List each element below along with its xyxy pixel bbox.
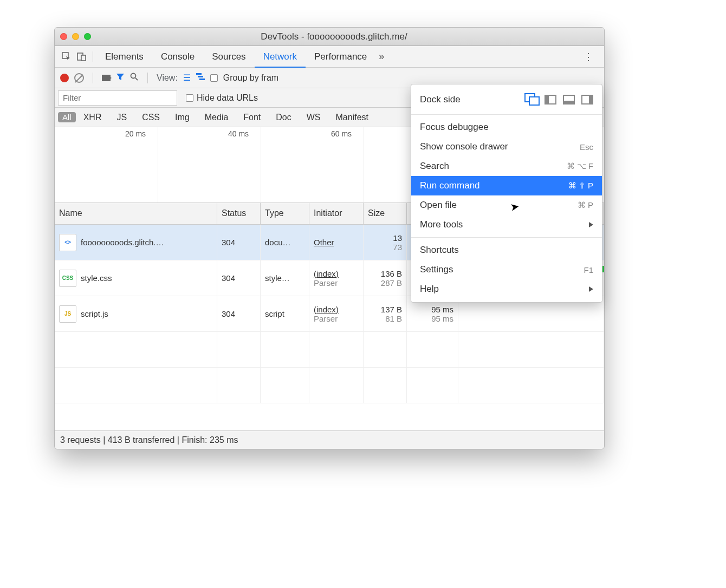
svg-rect-7 [199, 79, 205, 80]
menu-item-open-file[interactable]: Open file⌘ P [411, 195, 602, 215]
request-type: script [261, 296, 309, 331]
col-initiator[interactable]: Initiator [309, 203, 364, 224]
col-name[interactable]: Name [55, 203, 217, 224]
request-name: style.css [81, 273, 112, 283]
request-initiator: Other [309, 225, 364, 260]
request-status: 304 [217, 225, 261, 260]
menu-item-run-command[interactable]: Run command⌘ ⇧ P [411, 176, 602, 195]
devtools-main-menu: Dock side Focus debuggeeShow console dra… [411, 84, 602, 303]
menu-item-help[interactable]: Help [411, 279, 602, 299]
menu-item-shortcut: ⌘ ⇧ P [568, 181, 593, 191]
chevron-right-icon [589, 286, 593, 292]
clear-button[interactable] [74, 73, 84, 83]
tab-performance[interactable]: Performance [306, 46, 375, 68]
tab-console[interactable]: Console [152, 46, 203, 68]
titlebar: DevTools - fooooooooods.glitch.me/ [55, 28, 604, 46]
type-filter-img[interactable]: Img [175, 113, 190, 122]
request-status: 304 [217, 260, 261, 296]
timeline-tick: 20 ms [125, 129, 146, 138]
zoom-window-button[interactable] [84, 33, 91, 40]
window-title: DevTools - fooooooooods.glitch.me/ [102, 31, 566, 42]
status-bar: 3 requests | 413 B transferred | Finish:… [55, 430, 604, 449]
menu-item-label: Open file [420, 200, 578, 211]
filter-toggle-icon[interactable] [116, 73, 125, 83]
menu-item-label: Run command [420, 180, 568, 191]
traffic-lights [60, 33, 91, 40]
menu-dock-side: Dock side [411, 88, 602, 112]
type-filter-all[interactable]: All [58, 112, 76, 122]
device-toolbar-icon[interactable] [74, 49, 89, 64]
close-window-button[interactable] [60, 33, 67, 40]
menu-item-shortcut: ⌘ P [578, 200, 593, 210]
type-filter-ws[interactable]: WS [307, 113, 321, 122]
tab-network[interactable]: Network [255, 46, 306, 68]
hide-data-urls-label: Hide data URLs [197, 93, 258, 103]
menu-item-label: Help [420, 284, 589, 295]
svg-rect-2 [81, 55, 86, 61]
file-type-icon: CSS [59, 270, 76, 287]
request-type: docu… [261, 225, 309, 260]
menu-item-shortcut: Esc [580, 142, 593, 152]
hide-data-urls-checkbox[interactable] [186, 94, 193, 102]
chevron-right-icon [589, 222, 593, 227]
request-size: 136 B287 B [364, 260, 407, 296]
dock-side-label: Dock side [420, 94, 526, 105]
request-name: script.js [81, 309, 108, 318]
menu-item-label: More tools [420, 219, 589, 230]
dock-left-icon[interactable] [544, 95, 556, 104]
menu-item-settings[interactable]: SettingsF1 [411, 260, 602, 279]
large-rows-icon[interactable]: ☰ [183, 73, 191, 83]
type-filter-manifest[interactable]: Manifest [336, 113, 368, 122]
group-by-frame-label: Group by fram [223, 73, 278, 83]
col-type[interactable]: Type [261, 203, 309, 224]
col-status[interactable]: Status [217, 203, 261, 224]
col-size[interactable]: Size [364, 203, 407, 224]
dock-bottom-icon[interactable] [563, 95, 575, 104]
dock-undock-icon[interactable] [526, 95, 538, 104]
type-filter-media[interactable]: Media [205, 113, 229, 122]
tab-elements[interactable]: Elements [96, 46, 152, 68]
table-row [55, 368, 604, 403]
request-size: 1373 [364, 225, 407, 260]
type-filter-css[interactable]: CSS [142, 113, 160, 122]
menu-item-search[interactable]: Search⌘ ⌥ F [411, 156, 602, 176]
inspect-element-icon[interactable] [59, 49, 74, 64]
view-label: View: [157, 73, 178, 83]
menu-item-label: Shortcuts [420, 245, 593, 256]
dock-right-icon[interactable] [581, 95, 593, 104]
type-filter-doc[interactable]: Doc [276, 113, 291, 122]
status-summary: 3 requests | 413 B transferred | Finish:… [60, 435, 238, 445]
request-initiator: (index)Parser [309, 296, 364, 331]
type-filter-js[interactable]: JS [116, 113, 127, 122]
devtools-menu-button[interactable]: ⋮ [577, 51, 600, 63]
menu-item-label: Search [420, 161, 567, 172]
search-icon[interactable] [130, 73, 139, 83]
screenshot-icon[interactable] [102, 75, 111, 81]
file-type-icon: JS [59, 305, 76, 323]
minimize-window-button[interactable] [72, 33, 79, 40]
type-filter-font[interactable]: Font [243, 113, 261, 122]
menu-item-show-console-drawer[interactable]: Show console drawerEsc [411, 137, 602, 156]
svg-rect-5 [196, 73, 202, 75]
svg-point-3 [131, 73, 136, 78]
type-filter-xhr[interactable]: XHR [83, 113, 102, 122]
menu-item-shortcuts[interactable]: Shortcuts [411, 240, 602, 260]
tabs-overflow-icon[interactable]: » [379, 51, 384, 62]
menu-item-focus-debuggee[interactable]: Focus debuggee [411, 117, 602, 137]
panel-tabs: ElementsConsoleSourcesNetworkPerformance… [55, 46, 604, 68]
tab-sources[interactable]: Sources [203, 46, 254, 68]
menu-item-label: Show console drawer [420, 141, 580, 152]
menu-item-more-tools[interactable]: More tools [411, 215, 602, 234]
table-row [55, 332, 604, 368]
group-by-frame-checkbox[interactable] [210, 74, 218, 82]
svg-line-4 [135, 78, 138, 80]
menu-item-label: Settings [420, 264, 584, 275]
filter-input[interactable] [58, 90, 177, 106]
request-type: style… [261, 260, 309, 296]
menu-item-label: Focus debuggee [420, 122, 593, 133]
request-status: 304 [217, 296, 261, 331]
record-button[interactable] [60, 74, 69, 82]
timeline-tick: 60 ms [331, 129, 352, 138]
waterfall-icon[interactable] [196, 73, 205, 83]
request-initiator: (index)Parser [309, 260, 364, 296]
